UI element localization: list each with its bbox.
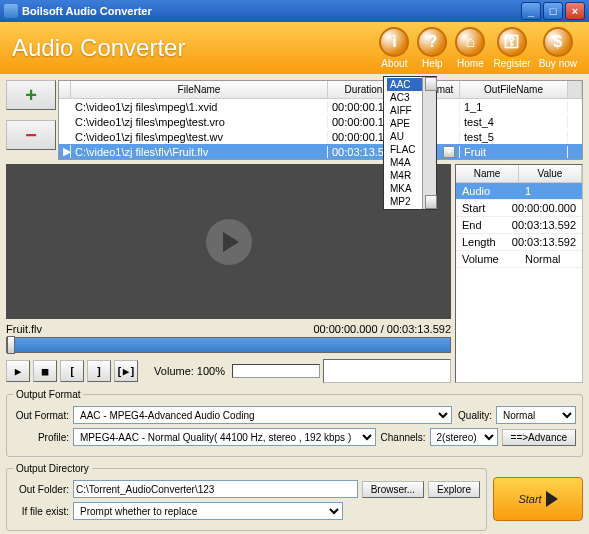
- properties-panel: Name Value Audio1Start00:00:00.000End00:…: [455, 164, 583, 383]
- file-row[interactable]: C:\video1\zj files\mpeg\test.vro00:00:00…: [59, 114, 582, 129]
- channels-select[interactable]: 2(stereo): [430, 428, 498, 446]
- help-button[interactable]: ?Help: [417, 27, 447, 69]
- app-icon: [4, 4, 18, 18]
- table-scrollbar[interactable]: [568, 81, 582, 98]
- play-overlay-icon[interactable]: [206, 219, 252, 265]
- timecode: 00:00:00.000 / 00:03:13.592: [313, 323, 451, 335]
- play-button[interactable]: ▶: [6, 360, 30, 382]
- property-row[interactable]: Length00:03:13.592: [456, 234, 582, 251]
- ifexist-select[interactable]: Prompt whether to replace: [73, 502, 343, 520]
- channels-label: Channels:: [380, 432, 426, 443]
- volume-slider[interactable]: [232, 364, 320, 378]
- minimize-button[interactable]: _: [521, 2, 541, 20]
- col-filename[interactable]: FileName: [71, 81, 328, 98]
- browser-button[interactable]: Browser...: [362, 481, 424, 498]
- mark-in-button[interactable]: [: [60, 360, 84, 382]
- dropdown-scrollbar[interactable]: [422, 77, 436, 209]
- quality-label: Quality:: [456, 410, 492, 421]
- outfolder-input[interactable]: [73, 480, 358, 498]
- current-filename: Fruit.flv: [6, 323, 313, 335]
- home-icon: ⌂: [455, 27, 485, 57]
- quality-select[interactable]: Normal: [496, 406, 576, 424]
- register-button[interactable]: ⚿Register: [493, 27, 530, 69]
- volume-label: Volume:: [154, 365, 194, 377]
- window-titlebar: Boilsoft Audio Converter _ □ ×: [0, 0, 589, 22]
- buynow-icon: $: [543, 27, 573, 57]
- col-outfilename[interactable]: OutFileName: [460, 81, 568, 98]
- outformat-select[interactable]: AAC - MPEG4-Advanced Audio Coding: [73, 406, 452, 424]
- property-row[interactable]: Start00:00:00.000: [456, 200, 582, 217]
- file-row[interactable]: ▶C:\video1\zj files\flv\Fruit.flv00:03:1…: [59, 144, 582, 159]
- register-icon: ⚿: [497, 27, 527, 57]
- output-format-group: Output Format Out Format: AAC - MPEG4-Ad…: [6, 389, 583, 457]
- remove-file-button[interactable]: −: [6, 120, 56, 150]
- explore-button[interactable]: Explore: [428, 481, 480, 498]
- format-dropdown-list[interactable]: AACAC3AIFFAPEAUFLACM4AM4RMKAMP2: [383, 76, 437, 210]
- about-icon: i: [379, 27, 409, 57]
- property-row[interactable]: VolumeNormal: [456, 251, 582, 268]
- start-button[interactable]: Start: [493, 477, 583, 521]
- seek-thumb[interactable]: [7, 336, 15, 354]
- ifexist-label: If file exist:: [13, 506, 69, 517]
- seek-slider[interactable]: [6, 337, 451, 353]
- file-row[interactable]: C:\video1\zj files\mpeg\1.xvid00:00:00.1…: [59, 99, 582, 114]
- buynow-button[interactable]: $Buy now: [539, 27, 577, 69]
- file-table-header: FileName Duration OutFormat OutFileName: [59, 81, 582, 99]
- mark-out-button[interactable]: ]: [87, 360, 111, 382]
- file-row[interactable]: C:\video1\zj files\mpeg\test.wv00:00:00.…: [59, 129, 582, 144]
- prop-col-value[interactable]: Value: [519, 165, 582, 182]
- help-icon: ?: [417, 27, 447, 57]
- home-button[interactable]: ⌂Home: [455, 27, 485, 69]
- play-range-button[interactable]: [▶]: [114, 360, 138, 382]
- output-directory-group: Output Directory Out Folder: Browser... …: [6, 463, 487, 531]
- maximize-button[interactable]: □: [543, 2, 563, 20]
- close-button[interactable]: ×: [565, 2, 585, 20]
- about-button[interactable]: iAbout: [379, 27, 409, 69]
- stop-button[interactable]: ■: [33, 360, 57, 382]
- app-title: Audio Converter: [12, 34, 371, 62]
- preview-side-panel: [323, 359, 451, 383]
- window-title: Boilsoft Audio Converter: [22, 5, 521, 17]
- property-row[interactable]: Audio1: [456, 183, 582, 200]
- property-row[interactable]: End00:03:13.592: [456, 217, 582, 234]
- prop-col-name[interactable]: Name: [456, 165, 519, 182]
- format-dropdown-trigger[interactable]: ▾: [443, 146, 455, 158]
- advance-button[interactable]: ==>Advance: [502, 429, 576, 446]
- outformat-label: Out Format:: [13, 410, 69, 421]
- app-header: Audio Converter iAbout?Help⌂Home⚿Registe…: [0, 22, 589, 74]
- outfolder-label: Out Folder:: [13, 484, 69, 495]
- file-table: FileName Duration OutFormat OutFileName …: [58, 80, 583, 160]
- profile-select[interactable]: MPEG4-AAC - Normal Quality( 44100 Hz, st…: [73, 428, 376, 446]
- profile-label: Profile:: [13, 432, 69, 443]
- volume-value: 100%: [197, 365, 225, 377]
- add-file-button[interactable]: +: [6, 80, 56, 110]
